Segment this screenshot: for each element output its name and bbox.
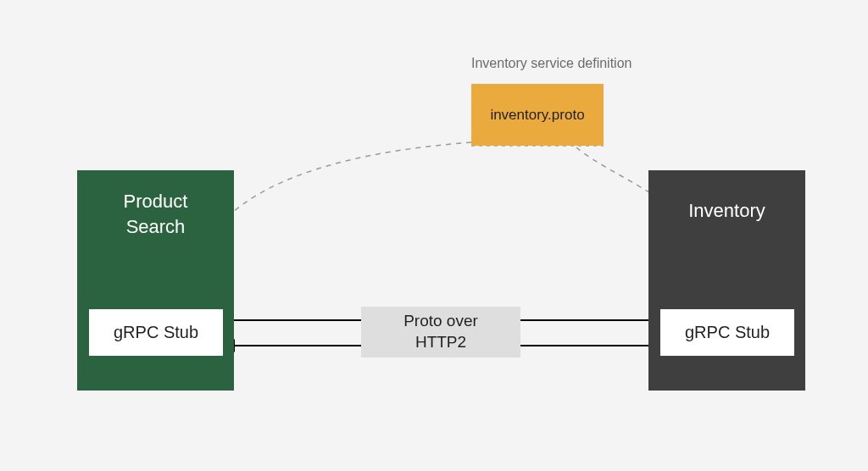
inventory-service: Inventory <box>648 170 805 391</box>
right-grpc-stub: gRPC Stub <box>660 309 794 356</box>
left-stub-text: gRPC Stub <box>114 323 198 342</box>
transport-label-box: Proto over HTTP2 <box>361 307 520 357</box>
right-stub-text: gRPC Stub <box>685 323 770 342</box>
product-search-service: Product Search <box>77 170 234 391</box>
inventory-label: Inventory <box>688 200 765 222</box>
proto-file-text: inventory.proto <box>490 107 584 124</box>
left-grpc-stub: gRPC Stub <box>89 309 223 356</box>
proto-file-box: inventory.proto <box>471 84 604 146</box>
product-search-label: Product Search <box>124 189 188 239</box>
service-definition-label: Inventory service definition <box>471 56 632 71</box>
transport-text: Proto over HTTP2 <box>403 311 478 352</box>
